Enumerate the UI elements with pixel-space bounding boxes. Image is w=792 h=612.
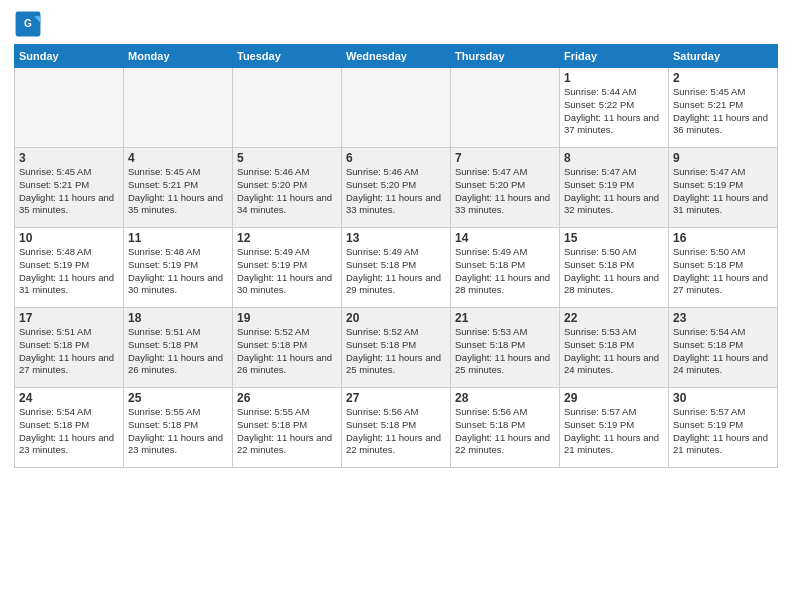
header: G: [14, 10, 778, 38]
calendar-cell: 7Sunrise: 5:47 AM Sunset: 5:20 PM Daylig…: [451, 148, 560, 228]
calendar-cell: 5Sunrise: 5:46 AM Sunset: 5:20 PM Daylig…: [233, 148, 342, 228]
day-number: 12: [237, 231, 337, 245]
calendar-cell: 30Sunrise: 5:57 AM Sunset: 5:19 PM Dayli…: [669, 388, 778, 468]
calendar-cell: 3Sunrise: 5:45 AM Sunset: 5:21 PM Daylig…: [15, 148, 124, 228]
calendar-cell: [233, 68, 342, 148]
day-info: Sunrise: 5:55 AM Sunset: 5:18 PM Dayligh…: [128, 406, 228, 457]
day-number: 11: [128, 231, 228, 245]
week-row-1: 3Sunrise: 5:45 AM Sunset: 5:21 PM Daylig…: [15, 148, 778, 228]
day-info: Sunrise: 5:45 AM Sunset: 5:21 PM Dayligh…: [673, 86, 773, 137]
calendar-cell: 22Sunrise: 5:53 AM Sunset: 5:18 PM Dayli…: [560, 308, 669, 388]
day-number: 24: [19, 391, 119, 405]
day-number: 27: [346, 391, 446, 405]
day-number: 22: [564, 311, 664, 325]
day-number: 17: [19, 311, 119, 325]
week-row-0: 1Sunrise: 5:44 AM Sunset: 5:22 PM Daylig…: [15, 68, 778, 148]
day-info: Sunrise: 5:53 AM Sunset: 5:18 PM Dayligh…: [455, 326, 555, 377]
weekday-header-friday: Friday: [560, 45, 669, 68]
weekday-header-tuesday: Tuesday: [233, 45, 342, 68]
calendar-cell: 24Sunrise: 5:54 AM Sunset: 5:18 PM Dayli…: [15, 388, 124, 468]
day-info: Sunrise: 5:50 AM Sunset: 5:18 PM Dayligh…: [564, 246, 664, 297]
weekday-header-monday: Monday: [124, 45, 233, 68]
calendar-cell: 28Sunrise: 5:56 AM Sunset: 5:18 PM Dayli…: [451, 388, 560, 468]
calendar-cell: 26Sunrise: 5:55 AM Sunset: 5:18 PM Dayli…: [233, 388, 342, 468]
svg-text:G: G: [24, 18, 32, 29]
day-number: 4: [128, 151, 228, 165]
day-number: 8: [564, 151, 664, 165]
calendar-cell: 6Sunrise: 5:46 AM Sunset: 5:20 PM Daylig…: [342, 148, 451, 228]
calendar-cell: 10Sunrise: 5:48 AM Sunset: 5:19 PM Dayli…: [15, 228, 124, 308]
day-number: 25: [128, 391, 228, 405]
day-info: Sunrise: 5:51 AM Sunset: 5:18 PM Dayligh…: [19, 326, 119, 377]
day-info: Sunrise: 5:52 AM Sunset: 5:18 PM Dayligh…: [237, 326, 337, 377]
day-info: Sunrise: 5:56 AM Sunset: 5:18 PM Dayligh…: [455, 406, 555, 457]
calendar-cell: 19Sunrise: 5:52 AM Sunset: 5:18 PM Dayli…: [233, 308, 342, 388]
day-info: Sunrise: 5:47 AM Sunset: 5:20 PM Dayligh…: [455, 166, 555, 217]
calendar-cell: 13Sunrise: 5:49 AM Sunset: 5:18 PM Dayli…: [342, 228, 451, 308]
day-number: 18: [128, 311, 228, 325]
calendar-cell: 18Sunrise: 5:51 AM Sunset: 5:18 PM Dayli…: [124, 308, 233, 388]
day-number: 26: [237, 391, 337, 405]
calendar-cell: 25Sunrise: 5:55 AM Sunset: 5:18 PM Dayli…: [124, 388, 233, 468]
day-number: 1: [564, 71, 664, 85]
day-number: 15: [564, 231, 664, 245]
day-info: Sunrise: 5:45 AM Sunset: 5:21 PM Dayligh…: [19, 166, 119, 217]
week-row-4: 24Sunrise: 5:54 AM Sunset: 5:18 PM Dayli…: [15, 388, 778, 468]
day-number: 20: [346, 311, 446, 325]
calendar-cell: 21Sunrise: 5:53 AM Sunset: 5:18 PM Dayli…: [451, 308, 560, 388]
day-number: 30: [673, 391, 773, 405]
day-info: Sunrise: 5:54 AM Sunset: 5:18 PM Dayligh…: [673, 326, 773, 377]
calendar-cell: 2Sunrise: 5:45 AM Sunset: 5:21 PM Daylig…: [669, 68, 778, 148]
day-number: 2: [673, 71, 773, 85]
day-info: Sunrise: 5:57 AM Sunset: 5:19 PM Dayligh…: [673, 406, 773, 457]
week-row-3: 17Sunrise: 5:51 AM Sunset: 5:18 PM Dayli…: [15, 308, 778, 388]
day-info: Sunrise: 5:47 AM Sunset: 5:19 PM Dayligh…: [673, 166, 773, 217]
day-info: Sunrise: 5:49 AM Sunset: 5:19 PM Dayligh…: [237, 246, 337, 297]
day-info: Sunrise: 5:55 AM Sunset: 5:18 PM Dayligh…: [237, 406, 337, 457]
day-info: Sunrise: 5:48 AM Sunset: 5:19 PM Dayligh…: [128, 246, 228, 297]
calendar-cell: [451, 68, 560, 148]
weekday-header-sunday: Sunday: [15, 45, 124, 68]
day-number: 14: [455, 231, 555, 245]
calendar-cell: [15, 68, 124, 148]
day-number: 23: [673, 311, 773, 325]
calendar-cell: 4Sunrise: 5:45 AM Sunset: 5:21 PM Daylig…: [124, 148, 233, 228]
calendar-cell: 29Sunrise: 5:57 AM Sunset: 5:19 PM Dayli…: [560, 388, 669, 468]
calendar-table: SundayMondayTuesdayWednesdayThursdayFrid…: [14, 44, 778, 468]
day-info: Sunrise: 5:49 AM Sunset: 5:18 PM Dayligh…: [346, 246, 446, 297]
logo: G: [14, 10, 46, 38]
calendar-cell: 9Sunrise: 5:47 AM Sunset: 5:19 PM Daylig…: [669, 148, 778, 228]
day-info: Sunrise: 5:49 AM Sunset: 5:18 PM Dayligh…: [455, 246, 555, 297]
day-info: Sunrise: 5:47 AM Sunset: 5:19 PM Dayligh…: [564, 166, 664, 217]
weekday-header-row: SundayMondayTuesdayWednesdayThursdayFrid…: [15, 45, 778, 68]
day-number: 6: [346, 151, 446, 165]
day-info: Sunrise: 5:50 AM Sunset: 5:18 PM Dayligh…: [673, 246, 773, 297]
weekday-header-wednesday: Wednesday: [342, 45, 451, 68]
calendar-cell: 27Sunrise: 5:56 AM Sunset: 5:18 PM Dayli…: [342, 388, 451, 468]
calendar-cell: 16Sunrise: 5:50 AM Sunset: 5:18 PM Dayli…: [669, 228, 778, 308]
calendar-cell: [124, 68, 233, 148]
day-number: 21: [455, 311, 555, 325]
calendar-cell: [342, 68, 451, 148]
weekday-header-saturday: Saturday: [669, 45, 778, 68]
logo-icon: G: [14, 10, 42, 38]
day-number: 3: [19, 151, 119, 165]
main-container: G SundayMondayTuesdayWednesdayThursdayFr…: [0, 0, 792, 474]
day-number: 16: [673, 231, 773, 245]
day-number: 10: [19, 231, 119, 245]
day-number: 7: [455, 151, 555, 165]
day-info: Sunrise: 5:52 AM Sunset: 5:18 PM Dayligh…: [346, 326, 446, 377]
day-number: 28: [455, 391, 555, 405]
day-info: Sunrise: 5:45 AM Sunset: 5:21 PM Dayligh…: [128, 166, 228, 217]
day-number: 19: [237, 311, 337, 325]
day-info: Sunrise: 5:54 AM Sunset: 5:18 PM Dayligh…: [19, 406, 119, 457]
day-info: Sunrise: 5:46 AM Sunset: 5:20 PM Dayligh…: [237, 166, 337, 217]
day-info: Sunrise: 5:51 AM Sunset: 5:18 PM Dayligh…: [128, 326, 228, 377]
calendar-cell: 14Sunrise: 5:49 AM Sunset: 5:18 PM Dayli…: [451, 228, 560, 308]
day-info: Sunrise: 5:48 AM Sunset: 5:19 PM Dayligh…: [19, 246, 119, 297]
day-info: Sunrise: 5:53 AM Sunset: 5:18 PM Dayligh…: [564, 326, 664, 377]
calendar-cell: 1Sunrise: 5:44 AM Sunset: 5:22 PM Daylig…: [560, 68, 669, 148]
calendar-cell: 8Sunrise: 5:47 AM Sunset: 5:19 PM Daylig…: [560, 148, 669, 228]
calendar-cell: 11Sunrise: 5:48 AM Sunset: 5:19 PM Dayli…: [124, 228, 233, 308]
day-number: 13: [346, 231, 446, 245]
